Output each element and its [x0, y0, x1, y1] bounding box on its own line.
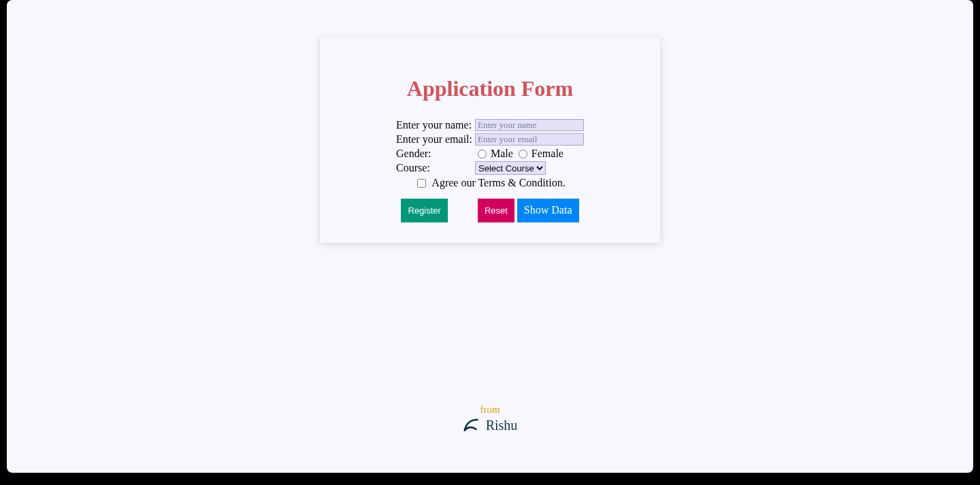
footer-signature: Rishu [463, 417, 518, 433]
form-title: Application Form [344, 76, 636, 101]
gender-label: Gender: [395, 146, 474, 161]
footer-name: Rishu [486, 418, 518, 433]
footer-from: from [463, 404, 518, 416]
row-name: Enter your name: [395, 118, 585, 132]
gender-female-radio[interactable] [519, 150, 527, 158]
button-row: Register Reset Show Data [344, 199, 636, 222]
email-input[interactable] [475, 133, 584, 146]
gender-female-label: Female [532, 148, 564, 159]
page-surface: Application Form Enter your name: Enter … [7, 0, 973, 473]
name-input[interactable] [475, 119, 584, 131]
name-label: Enter your name: [395, 118, 474, 132]
application-form-card: Application Form Enter your name: Enter … [320, 37, 660, 243]
show-data-button[interactable]: Show Data [517, 199, 579, 222]
reset-button[interactable]: Reset [478, 199, 514, 222]
course-label: Course: [395, 161, 474, 175]
row-email: Enter your email: [395, 132, 585, 146]
email-label: Enter your email: [395, 132, 474, 146]
gender-male-radio[interactable] [478, 150, 487, 158]
footer: from Rishu [463, 404, 518, 433]
row-course: Course: Select Course [395, 161, 585, 175]
signature-icon [463, 417, 480, 433]
form-table: Enter your name: Enter your email: Gende… [395, 118, 585, 190]
gender-male-label: Male [491, 148, 513, 159]
register-button[interactable]: Register [401, 199, 447, 222]
row-gender: Gender: Male Female [395, 146, 585, 161]
terms-checkbox[interactable] [417, 179, 426, 188]
terms-label: Agree our Terms & Condition. [431, 178, 565, 189]
row-terms: Agree our Terms & Condition. [395, 175, 585, 190]
course-select[interactable]: Select Course [475, 161, 546, 175]
